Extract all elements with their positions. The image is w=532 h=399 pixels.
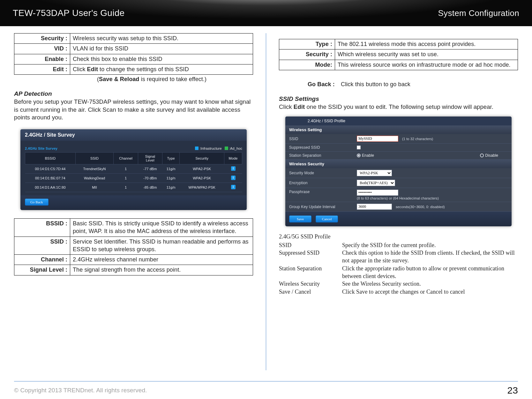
paragraph-ssid-settings: Click Edit one the SSID you want to edit…	[279, 103, 518, 111]
legend-value: Click the appropriate radio button to al…	[342, 265, 518, 280]
site-survey-title: 2.4GHz / Site Survey	[20, 129, 247, 141]
def-row: Mode:This wireless source works on infra…	[279, 60, 518, 70]
def-key: Security :	[14, 34, 70, 44]
security-mode-label: Security Mode	[289, 171, 353, 175]
survey-row: 00:14:D1:BE:07:74WalkingDead1-70 dBm11g/…	[25, 173, 242, 183]
def-key: VID :	[14, 44, 70, 54]
save-button[interactable]: Save	[289, 215, 311, 222]
def-key: Type :	[279, 39, 335, 49]
ssid-profile-legend: 2.4G/5G SSID Profile SSIDSpecify the SSI…	[279, 233, 518, 295]
def-key: Signal Level :	[14, 265, 70, 275]
row-passphrase: Passphrase (8 to 63 characters) or (64 H…	[285, 188, 512, 202]
cancel-button[interactable]: Cancel	[316, 215, 338, 222]
survey-fields-table-b: BSSID :Basic SSID. This is strictly uniq…	[14, 218, 253, 275]
def-row: Enable :Check this box to enable this SS…	[14, 54, 253, 64]
legend-adhoc-icon	[225, 147, 228, 150]
infrastructure-mode-icon	[231, 185, 236, 189]
legend-row: Wireless SecuritySee the Wireless Securi…	[279, 280, 518, 288]
def-value: Basic SSID. This is strictly unique SSID…	[70, 218, 253, 237]
profile-topbar: 2.4GHz / SSID Profile	[285, 117, 512, 125]
def-value: 2.4GHz wireless channel number	[70, 255, 253, 265]
suppressed-ssid-checkbox[interactable]	[357, 146, 361, 149]
row-ssid: SSID (1 to 32 characters)	[285, 134, 512, 144]
legend-infrastructure-icon	[195, 147, 199, 150]
passphrase-label: Passphrase	[289, 190, 353, 194]
infrastructure-mode-icon	[231, 176, 236, 180]
survey-cell: WPA/WPA2-PSK	[180, 183, 224, 192]
document-footer: © Copyright 2013 TRENDnet. All rights re…	[14, 381, 518, 399]
survey-body: 00:14:D1:C5:7D:44TrendnetSkyN1-77 dBm11g…	[25, 164, 242, 192]
survey-cell: 1	[114, 183, 138, 192]
legend-key: SSID	[279, 241, 342, 249]
def-key: Security :	[279, 49, 335, 60]
def-value: Check this box to enable this SSID	[70, 54, 253, 64]
section-title: System Configuration	[438, 8, 519, 18]
save-reload-note: (Save & Reload is required to take effec…	[14, 76, 253, 83]
ssid-label: SSID	[289, 137, 353, 141]
def-row: Signal Level :The signal strength from t…	[14, 265, 253, 275]
row-group-key-interval: Group Key Update Interval seconds(30~360…	[285, 202, 512, 212]
profile-section-wireless-security: Wireless Security	[285, 160, 512, 168]
table-c-body: Type :The 802.11 wireless mode this acce…	[279, 39, 518, 70]
type-security-mode-table: Type :The 802.11 wireless mode this acce…	[279, 39, 518, 70]
table-b-body: BSSID :Basic SSID. This is strictly uniq…	[14, 218, 253, 275]
station-disable-option[interactable]: Disable	[480, 153, 498, 158]
ssid-help: (1 to 32 characters)	[402, 137, 433, 141]
encryption-select[interactable]: Both(TKIP+AES)	[357, 180, 395, 186]
guide-title: TEW-753DAP User's Guide	[13, 8, 124, 18]
survey-cell: WalkingDead	[75, 173, 114, 183]
survey-cell: 1	[114, 164, 138, 173]
survey-header-row: BSSIDSSIDChannelSignalLevelTypeSecurityM…	[25, 152, 242, 164]
site-survey-screenshot: 2.4GHz / Site Survey 2.4GHz Site Survey …	[20, 129, 247, 210]
right-column: Type :The 802.11 wireless mode this acce…	[279, 33, 518, 370]
legend-key: Save / Cancel	[279, 288, 342, 296]
site-survey-table: BSSIDSSIDChannelSignalLevelTypeSecurityM…	[25, 152, 242, 192]
station-enable-option[interactable]: Enable	[357, 153, 374, 158]
go-back-label: Go Back :	[308, 81, 335, 87]
def-value: The 802.11 wireless mode this access poi…	[335, 39, 518, 49]
passphrase-help: (8 to 63 characters) or (64 Hexadecimal …	[357, 196, 439, 200]
legend-key: Suppressed SSID	[279, 249, 342, 265]
survey-cell: 11g/n	[162, 183, 179, 192]
site-survey-legend: :Infrastructure :Ad_hoc	[193, 147, 242, 150]
survey-column-header: Mode	[224, 152, 242, 164]
survey-cell: TrendnetSkyN	[75, 164, 114, 173]
def-key: Edit :	[14, 64, 70, 74]
def-row: Type :The 802.11 wireless mode this acce…	[279, 39, 518, 49]
def-row: BSSID :Basic SSID. This is strictly uniq…	[14, 218, 253, 237]
survey-column-header: BSSID	[25, 152, 76, 164]
def-row: VID :VLAN id for this SSID	[14, 44, 253, 54]
site-survey-meta: 2.4GHz Site Survey :Infrastructure :Ad_h…	[20, 141, 247, 152]
survey-cell: -77 dBm	[138, 164, 162, 173]
survey-cell	[224, 183, 242, 192]
def-key: SSID :	[14, 237, 70, 255]
paragraph-ap-detection: Before you setup your TEW-753DAP wireles…	[14, 98, 253, 122]
def-value: Click Edit to change the settings of thi…	[70, 64, 253, 74]
page-body: Security :Wireless security was setup to…	[0, 26, 532, 370]
ssid-input[interactable]	[357, 136, 398, 142]
def-value: This wireless source works on infrastruc…	[335, 60, 518, 70]
def-value: The signal strength from the access poin…	[70, 265, 253, 275]
group-key-input[interactable]	[357, 204, 392, 210]
def-row: Edit :Click Edit to change the settings …	[14, 64, 253, 74]
radio-enable-icon	[357, 154, 361, 157]
def-row: Security :Which wireless security was se…	[279, 49, 518, 60]
def-key: Channel :	[14, 255, 70, 265]
infrastructure-mode-icon	[231, 166, 236, 171]
survey-cell: 1	[114, 173, 138, 183]
go-back-button[interactable]: Go Back	[25, 199, 49, 206]
legend-key: Station Separation	[279, 265, 342, 280]
legend-rows: SSIDSpecify the SSID for the current pro…	[279, 241, 518, 296]
go-back-text: Click this button to go back	[341, 81, 410, 87]
passphrase-input[interactable]	[357, 190, 398, 196]
legend-value: Check this option to hide the SSID from …	[342, 249, 518, 265]
legend-title: 2.4G/5G SSID Profile	[279, 233, 518, 240]
survey-cell: WPA2-PSK	[180, 173, 224, 183]
left-column: Security :Wireless security was setup to…	[14, 33, 253, 370]
survey-row: 00:14:D1:AA:1C:80MII1-85 dBm11g/nWPA/WPA…	[25, 183, 242, 192]
legend-key: Wireless Security	[279, 280, 342, 288]
survey-column-header: Channel	[114, 152, 138, 164]
profile-footer: Save Cancel	[285, 212, 512, 226]
security-mode-select[interactable]: WPA2-PSK	[357, 170, 392, 176]
table-a-body: Security :Wireless security was setup to…	[14, 34, 253, 75]
